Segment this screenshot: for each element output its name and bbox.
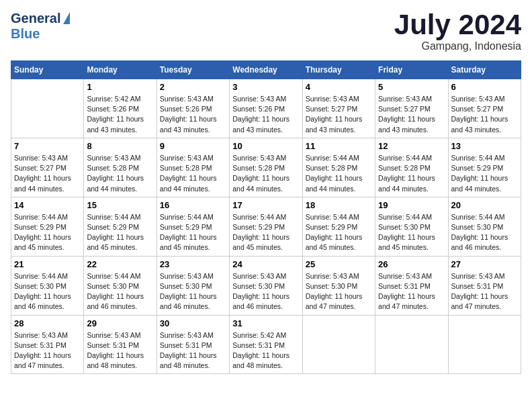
day-info: Sunrise: 5:43 AMSunset: 5:28 PMDaylight:… [87, 153, 153, 194]
calendar-table: SundayMondayTuesdayWednesdayThursdayFrid… [11, 60, 521, 374]
logo-blue-text: Blue [11, 26, 70, 42]
day-number: 1 [87, 82, 153, 92]
calendar-cell: 28Sunrise: 5:43 AMSunset: 5:31 PMDayligh… [11, 315, 84, 374]
day-info: Sunrise: 5:44 AMSunset: 5:29 PMDaylight:… [87, 212, 153, 253]
day-number: 26 [378, 259, 445, 269]
calendar-cell: 6Sunrise: 5:43 AMSunset: 5:27 PMDaylight… [448, 79, 521, 138]
day-number: 24 [232, 259, 299, 269]
calendar-body: 1Sunrise: 5:42 AMSunset: 5:26 PMDaylight… [11, 79, 521, 374]
month-title: July 2024 [394, 11, 521, 39]
header-cell-friday: Friday [375, 61, 448, 79]
calendar-cell: 22Sunrise: 5:44 AMSunset: 5:30 PMDayligh… [84, 256, 157, 315]
header-cell-saturday: Saturday [448, 61, 521, 79]
header-cell-thursday: Thursday [302, 61, 375, 79]
day-number: 7 [14, 141, 81, 151]
day-number: 9 [160, 141, 226, 151]
week-row-2: 7Sunrise: 5:43 AMSunset: 5:27 PMDaylight… [11, 138, 521, 197]
day-info: Sunrise: 5:43 AMSunset: 5:31 PMDaylight:… [378, 271, 445, 312]
day-info: Sunrise: 5:43 AMSunset: 5:30 PMDaylight:… [306, 271, 372, 312]
day-info: Sunrise: 5:44 AMSunset: 5:29 PMDaylight:… [232, 212, 299, 253]
day-number: 27 [451, 259, 518, 269]
day-number: 2 [160, 82, 226, 92]
day-info: Sunrise: 5:43 AMSunset: 5:27 PMDaylight:… [451, 94, 518, 135]
calendar-cell: 13Sunrise: 5:44 AMSunset: 5:29 PMDayligh… [448, 138, 521, 197]
calendar-cell: 23Sunrise: 5:43 AMSunset: 5:30 PMDayligh… [157, 256, 229, 315]
day-info: Sunrise: 5:42 AMSunset: 5:31 PMDaylight:… [232, 330, 299, 371]
day-number: 20 [451, 200, 518, 210]
logo-triangle-icon [63, 12, 70, 24]
calendar-cell: 25Sunrise: 5:43 AMSunset: 5:30 PMDayligh… [302, 256, 375, 315]
day-number: 28 [14, 318, 81, 328]
day-info: Sunrise: 5:43 AMSunset: 5:28 PMDaylight:… [160, 153, 226, 194]
calendar-cell: 1Sunrise: 5:42 AMSunset: 5:26 PMDaylight… [84, 79, 157, 138]
day-number: 16 [160, 200, 226, 210]
day-info: Sunrise: 5:43 AMSunset: 5:28 PMDaylight:… [232, 153, 299, 194]
day-info: Sunrise: 5:44 AMSunset: 5:30 PMDaylight:… [87, 271, 153, 312]
week-row-5: 28Sunrise: 5:43 AMSunset: 5:31 PMDayligh… [11, 315, 521, 374]
calendar-cell: 30Sunrise: 5:43 AMSunset: 5:31 PMDayligh… [157, 315, 229, 374]
day-number: 10 [232, 141, 299, 151]
day-number: 31 [232, 318, 299, 328]
calendar-cell: 16Sunrise: 5:44 AMSunset: 5:29 PMDayligh… [157, 197, 229, 256]
calendar-cell: 2Sunrise: 5:43 AMSunset: 5:26 PMDaylight… [157, 79, 229, 138]
calendar-cell: 7Sunrise: 5:43 AMSunset: 5:27 PMDaylight… [11, 138, 84, 197]
location-text: Gampang, Indonesia [394, 40, 521, 52]
calendar-cell: 11Sunrise: 5:44 AMSunset: 5:28 PMDayligh… [302, 138, 375, 197]
header-cell-wednesday: Wednesday [230, 61, 302, 79]
calendar-header: SundayMondayTuesdayWednesdayThursdayFrid… [11, 61, 521, 79]
calendar-cell: 5Sunrise: 5:43 AMSunset: 5:27 PMDaylight… [375, 79, 448, 138]
day-info: Sunrise: 5:43 AMSunset: 5:26 PMDaylight:… [232, 94, 299, 135]
day-number: 23 [160, 259, 226, 269]
day-number: 12 [378, 141, 445, 151]
calendar-cell [448, 315, 521, 374]
calendar-cell: 21Sunrise: 5:44 AMSunset: 5:30 PMDayligh… [11, 256, 84, 315]
day-info: Sunrise: 5:43 AMSunset: 5:27 PMDaylight:… [378, 94, 445, 135]
calendar-cell: 31Sunrise: 5:42 AMSunset: 5:31 PMDayligh… [230, 315, 302, 374]
day-number: 18 [306, 200, 372, 210]
day-number: 8 [87, 141, 153, 151]
day-number: 22 [87, 259, 153, 269]
calendar-cell: 4Sunrise: 5:43 AMSunset: 5:27 PMDaylight… [302, 79, 375, 138]
day-number: 17 [232, 200, 299, 210]
day-number: 19 [378, 200, 445, 210]
calendar-cell [302, 315, 375, 374]
day-info: Sunrise: 5:44 AMSunset: 5:29 PMDaylight:… [306, 212, 372, 253]
day-info: Sunrise: 5:44 AMSunset: 5:30 PMDaylight:… [451, 212, 518, 253]
day-info: Sunrise: 5:43 AMSunset: 5:27 PMDaylight:… [14, 153, 81, 194]
day-info: Sunrise: 5:43 AMSunset: 5:31 PMDaylight:… [451, 271, 518, 312]
header-cell-tuesday: Tuesday [157, 61, 229, 79]
day-number: 14 [14, 200, 81, 210]
day-info: Sunrise: 5:43 AMSunset: 5:31 PMDaylight:… [160, 330, 226, 371]
week-row-4: 21Sunrise: 5:44 AMSunset: 5:30 PMDayligh… [11, 256, 521, 315]
page-header: General Blue July 2024 Gampang, Indonesi… [11, 11, 521, 52]
day-info: Sunrise: 5:44 AMSunset: 5:30 PMDaylight:… [378, 212, 445, 253]
day-number: 3 [232, 82, 299, 92]
calendar-cell: 10Sunrise: 5:43 AMSunset: 5:28 PMDayligh… [230, 138, 302, 197]
header-cell-monday: Monday [84, 61, 157, 79]
day-number: 13 [451, 141, 518, 151]
calendar-cell: 26Sunrise: 5:43 AMSunset: 5:31 PMDayligh… [375, 256, 448, 315]
calendar-cell: 27Sunrise: 5:43 AMSunset: 5:31 PMDayligh… [448, 256, 521, 315]
calendar-cell: 24Sunrise: 5:43 AMSunset: 5:30 PMDayligh… [230, 256, 302, 315]
day-info: Sunrise: 5:44 AMSunset: 5:29 PMDaylight:… [14, 212, 81, 253]
day-number: 15 [87, 200, 153, 210]
week-row-1: 1Sunrise: 5:42 AMSunset: 5:26 PMDaylight… [11, 79, 521, 138]
logo: General Blue [11, 11, 70, 42]
day-info: Sunrise: 5:44 AMSunset: 5:30 PMDaylight:… [14, 271, 81, 312]
calendar-cell: 20Sunrise: 5:44 AMSunset: 5:30 PMDayligh… [448, 197, 521, 256]
day-number: 21 [14, 259, 81, 269]
header-row: SundayMondayTuesdayWednesdayThursdayFrid… [11, 61, 521, 79]
day-number: 30 [160, 318, 226, 328]
calendar-cell: 18Sunrise: 5:44 AMSunset: 5:29 PMDayligh… [302, 197, 375, 256]
day-info: Sunrise: 5:43 AMSunset: 5:31 PMDaylight:… [14, 330, 81, 371]
day-info: Sunrise: 5:44 AMSunset: 5:28 PMDaylight:… [306, 153, 372, 194]
day-number: 11 [306, 141, 372, 151]
calendar-cell: 29Sunrise: 5:43 AMSunset: 5:31 PMDayligh… [84, 315, 157, 374]
day-info: Sunrise: 5:43 AMSunset: 5:30 PMDaylight:… [232, 271, 299, 312]
day-info: Sunrise: 5:44 AMSunset: 5:29 PMDaylight:… [451, 153, 518, 194]
calendar-cell: 17Sunrise: 5:44 AMSunset: 5:29 PMDayligh… [230, 197, 302, 256]
week-row-3: 14Sunrise: 5:44 AMSunset: 5:29 PMDayligh… [11, 197, 521, 256]
day-number: 5 [378, 82, 445, 92]
day-info: Sunrise: 5:43 AMSunset: 5:27 PMDaylight:… [306, 94, 372, 135]
logo-general-text: General [11, 11, 60, 26]
